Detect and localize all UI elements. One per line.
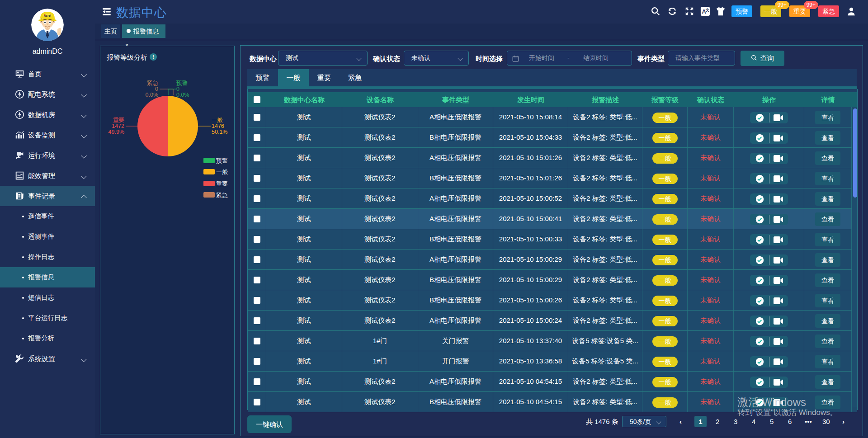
svg-text:文: 文 <box>705 8 709 12</box>
svg-text:49.9%: 49.9% <box>108 129 124 135</box>
svg-text:重要: 重要 <box>113 117 124 123</box>
svg-text:1476: 1476 <box>212 123 224 129</box>
svg-text:0: 0 <box>176 86 179 92</box>
svg-text:紧急: 紧急 <box>147 80 159 86</box>
svg-text:0.0%: 0.0% <box>146 92 159 98</box>
svg-text:一般: 一般 <box>212 117 223 123</box>
svg-text:0.0%: 0.0% <box>176 92 189 98</box>
svg-text:50.1%: 50.1% <box>212 129 227 135</box>
svg-text:0: 0 <box>155 86 158 92</box>
svg-text:预警: 预警 <box>176 80 188 86</box>
svg-text:1472: 1472 <box>112 123 124 129</box>
